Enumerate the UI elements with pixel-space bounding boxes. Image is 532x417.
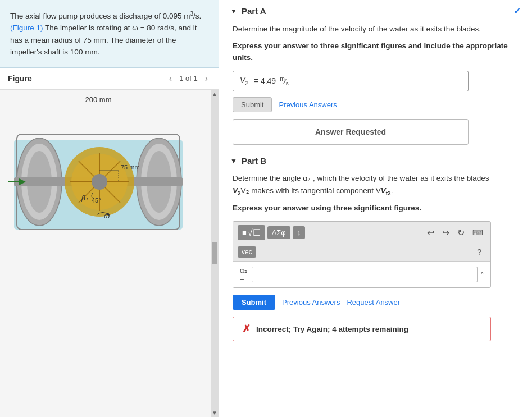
sqrt-icon: √☐ — [248, 227, 261, 238]
problem-text-box: The axial flow pump produces a discharge… — [0, 0, 219, 68]
part-a-value: 4.49 — [261, 76, 276, 85]
error-x-icon: ✗ — [242, 323, 251, 335]
scroll-thumb[interactable] — [212, 242, 217, 264]
undo-button[interactable]: ↩ — [424, 226, 437, 239]
figure-next-button[interactable]: › — [202, 72, 211, 85]
problem-text-2: /s. — [193, 12, 201, 20]
left-panel: The axial flow pump produces a discharge… — [0, 0, 219, 417]
pump-figure-svg: β₁ 45° 75 mm ω — [8, 106, 188, 238]
figure-label: Figure — [8, 74, 32, 83]
part-b-answer-input[interactable] — [252, 267, 478, 282]
math-toolbar-second-row: vec ? — [233, 244, 490, 262]
figure-page-indicator: 1 of 1 — [179, 74, 198, 83]
part-b-label: Part B — [242, 156, 266, 166]
figure-prev-button[interactable]: ‹ — [166, 72, 175, 85]
figure-scrollbar[interactable]: ▲ ▼ — [211, 90, 219, 417]
part-a-equals: = — [252, 76, 261, 85]
part-a-submit-row: Submit Previous Answers — [233, 97, 521, 112]
part-a-content: Determine the magnitude of the velocity … — [230, 23, 521, 145]
figure-label-bar: Figure ‹ 1 of 1 › — [0, 68, 219, 90]
figure-area: 200 mm — [0, 90, 219, 417]
part-a-unit: m⁄s — [278, 76, 289, 86]
math-toolbar: ■ √☐ AΣφ ↕ ↩ ↪ ↻ — [233, 222, 490, 244]
math-editor: ■ √☐ AΣφ ↕ ↩ ↪ ↻ — [233, 221, 491, 288]
part-a-description: Determine the magnitude of the velocity … — [233, 23, 521, 35]
help-icon[interactable]: ? — [472, 248, 486, 256]
arrows-button[interactable]: ↕ — [293, 226, 306, 239]
figure-1-link[interactable]: (Figure 1) — [10, 24, 43, 32]
part-a-submit-button[interactable]: Submit — [233, 97, 272, 112]
error-box: ✗ Incorrect; Try Again; 4 attempts remai… — [233, 317, 491, 341]
part-b-content: Determine the angle α₂ , which the veloc… — [230, 172, 521, 341]
vec-button[interactable]: vec — [238, 246, 256, 258]
svg-point-15 — [92, 174, 107, 190]
svg-text:75 mm: 75 mm — [121, 164, 140, 171]
part-b-section: ▼ Part B Determine the angle α₂ , which … — [230, 156, 521, 341]
scroll-down-arrow[interactable]: ▼ — [212, 410, 217, 416]
part-b-submit-row: Submit Previous Answers Request Answer — [233, 295, 521, 310]
refresh-button[interactable]: ↻ — [454, 226, 467, 239]
part-b-instruction: Express your answer using three signific… — [233, 202, 521, 214]
degree-symbol: ° — [481, 271, 484, 279]
problem-text-1: The axial flow pump produces a discharge… — [10, 12, 190, 20]
alpha-label: α₂ — [240, 266, 247, 274]
error-label: Incorrect; Try Again; 4 attempts remaini… — [256, 325, 408, 333]
part-b-submit-button[interactable]: Submit — [233, 295, 275, 310]
part-a-answer-box: V2 = 4.49 m⁄s — [233, 71, 469, 91]
keyboard-button[interactable]: ⌨ — [470, 227, 486, 238]
part-b-request-answer-link[interactable]: Request Answer — [347, 298, 400, 306]
scroll-up-arrow[interactable]: ▲ — [212, 91, 217, 97]
part-b-prev-answers-link[interactable]: Previous Answers — [282, 298, 340, 306]
part-a-header[interactable]: ▼ Part A ✓ — [230, 6, 521, 16]
math-var-label: α₂ = — [240, 266, 247, 283]
part-b-desc-2: V₂ makes with its tangential component V — [241, 186, 381, 195]
checkbox-icon: ■ — [242, 228, 247, 237]
part-a-prev-answers-link[interactable]: Previous Answers — [279, 100, 337, 109]
part-a-checkmark: ✓ — [513, 6, 521, 16]
part-b-collapse-icon: ▼ — [230, 157, 237, 165]
sqrt-button[interactable]: ■ √☐ — [238, 225, 265, 240]
part-a-instruction: Express your answer to three significant… — [233, 40, 521, 64]
part-a-collapse-icon: ▼ — [230, 7, 237, 15]
part-b-desc-1: Determine the angle α₂ , which the veloc… — [233, 174, 489, 182]
svg-text:β₁: β₁ — [81, 194, 88, 202]
math-input-row: α₂ = ° — [233, 262, 490, 287]
part-b-header[interactable]: ▼ Part B — [230, 156, 521, 166]
part-a-label: Part A — [242, 6, 266, 16]
pump-200mm-label: 200 mm — [85, 95, 112, 104]
part-a-var: V2 — [240, 76, 248, 86]
redo-button[interactable]: ↪ — [439, 226, 452, 239]
part-b-description: Determine the angle α₂ , which the veloc… — [233, 172, 521, 198]
equals-label: = — [240, 274, 244, 283]
answer-requested-box: Answer Requested — [233, 119, 469, 145]
figure-nav: ‹ 1 of 1 › — [166, 72, 211, 85]
ase-button[interactable]: AΣφ — [267, 226, 290, 239]
part-a-section: ▼ Part A ✓ Determine the magnitude of th… — [230, 6, 521, 145]
right-panel: ▼ Part A ✓ Determine the magnitude of th… — [219, 0, 532, 417]
